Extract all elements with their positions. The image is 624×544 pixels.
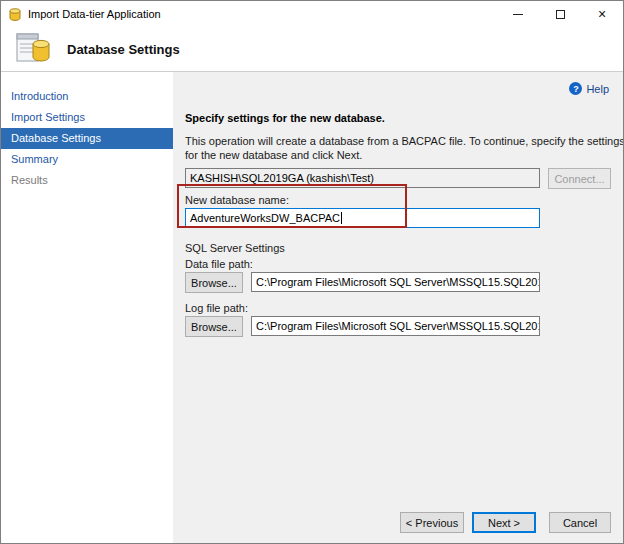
new-database-name-value: AdventureWorksDW_BACPAC bbox=[190, 212, 340, 224]
data-file-browse-button[interactable]: Browse... bbox=[185, 272, 243, 293]
cancel-button[interactable]: Cancel bbox=[549, 512, 611, 533]
page-title: Database Settings bbox=[67, 42, 180, 57]
section-description: This operation will create a database fr… bbox=[185, 134, 624, 162]
close-icon: × bbox=[598, 7, 606, 21]
wizard-header: Database Settings bbox=[1, 27, 623, 71]
minimize-icon bbox=[513, 14, 523, 15]
data-file-path-input[interactable]: C:\Program Files\Microsoft SQL Server\MS… bbox=[251, 272, 540, 292]
main-panel: ? Help Specify settings for the new data… bbox=[173, 72, 623, 543]
footer-button-row: < Previous Next > Cancel bbox=[400, 512, 611, 533]
connect-button[interactable]: Connect... bbox=[548, 168, 611, 189]
titlebar: Import Data-tier Application × bbox=[1, 1, 623, 27]
log-file-browse-button[interactable]: Browse... bbox=[185, 316, 243, 337]
log-file-path-input[interactable]: C:\Program Files\Microsoft SQL Server\MS… bbox=[251, 316, 540, 336]
section-heading: Specify settings for the new database. bbox=[185, 112, 385, 124]
help-label: Help bbox=[586, 83, 609, 95]
previous-button[interactable]: < Previous bbox=[400, 512, 464, 533]
new-database-name-input[interactable]: AdventureWorksDW_BACPAC bbox=[185, 208, 540, 228]
next-button[interactable]: Next > bbox=[472, 512, 536, 533]
sidebar-item-import-settings[interactable]: Import Settings bbox=[1, 107, 173, 128]
text-caret bbox=[341, 212, 342, 224]
sidebar-item-introduction[interactable]: Introduction bbox=[1, 86, 173, 107]
close-button[interactable]: × bbox=[581, 1, 623, 27]
help-link[interactable]: ? Help bbox=[569, 82, 609, 95]
sql-server-settings-label: SQL Server Settings bbox=[185, 242, 285, 254]
import-data-tier-application-window: Import Data-tier Application × Database … bbox=[0, 0, 624, 544]
maximize-button[interactable] bbox=[539, 1, 581, 27]
sidebar-item-database-settings[interactable]: Database Settings bbox=[1, 128, 173, 149]
log-file-path-label: Log file path: bbox=[185, 302, 248, 314]
window-controls: × bbox=[497, 1, 623, 27]
server-connection-field: KASHISH\SQL2019GA (kashish\Test) bbox=[185, 168, 540, 188]
maximize-icon bbox=[556, 10, 565, 19]
database-icon bbox=[15, 31, 51, 67]
help-icon: ? bbox=[569, 82, 582, 95]
sidebar-item-summary[interactable]: Summary bbox=[1, 149, 173, 170]
new-database-name-label: New database name: bbox=[185, 194, 289, 206]
minimize-button[interactable] bbox=[497, 1, 539, 27]
data-file-path-label: Data file path: bbox=[185, 258, 253, 270]
window-title: Import Data-tier Application bbox=[28, 8, 161, 20]
wizard-steps-sidebar: Introduction Import Settings Database Se… bbox=[1, 72, 173, 543]
app-icon bbox=[8, 7, 22, 21]
sidebar-item-results: Results bbox=[1, 170, 173, 191]
wizard-body: Introduction Import Settings Database Se… bbox=[1, 71, 623, 543]
